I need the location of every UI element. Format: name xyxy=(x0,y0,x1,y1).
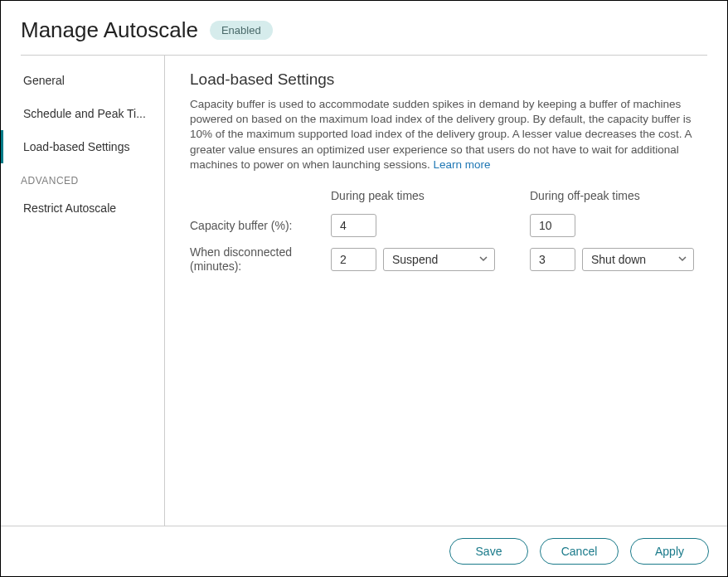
when-disconnected-offpeak-action-select[interactable]: Shut down xyxy=(582,248,694,271)
capacity-buffer-peak-controls xyxy=(331,214,497,237)
cancel-button[interactable]: Cancel xyxy=(540,538,619,565)
when-disconnected-peak-action-select[interactable]: Suspend xyxy=(383,248,495,271)
dialog-body: General Schedule and Peak Ti... Load-bas… xyxy=(1,56,727,526)
section-description: Capacity buffer is used to accommodate s… xyxy=(190,97,702,172)
when-disconnected-offpeak-input[interactable] xyxy=(530,248,575,271)
sidebar-item-restrict-autoscale[interactable]: Restrict Autoscale xyxy=(1,192,164,225)
dialog-footer: Save Cancel Apply xyxy=(1,526,727,576)
column-header-peak: During peak times xyxy=(331,189,497,206)
apply-button[interactable]: Apply xyxy=(630,538,709,565)
when-disconnected-peak-input[interactable] xyxy=(331,248,376,271)
capacity-buffer-offpeak-controls xyxy=(530,214,696,237)
when-disconnected-peak-controls: Suspend xyxy=(331,248,497,271)
dialog-header: Manage Autoscale Enabled xyxy=(1,1,727,55)
when-disconnected-label-line1: When disconnected xyxy=(190,245,292,259)
column-header-offpeak: During off-peak times xyxy=(530,189,696,206)
manage-autoscale-dialog: Manage Autoscale Enabled General Schedul… xyxy=(0,0,728,577)
sidebar: General Schedule and Peak Ti... Load-bas… xyxy=(1,56,165,526)
page-title: Manage Autoscale xyxy=(21,17,198,43)
sidebar-item-load-based[interactable]: Load-based Settings xyxy=(1,130,164,163)
select-value: Shut down xyxy=(591,253,646,266)
sidebar-advanced-heading: ADVANCED xyxy=(1,163,164,192)
capacity-buffer-label: Capacity buffer (%): xyxy=(190,219,331,233)
section-title: Load-based Settings xyxy=(190,70,702,89)
main-panel: Load-based Settings Capacity buffer is u… xyxy=(165,56,727,526)
status-badge: Enabled xyxy=(210,21,273,40)
settings-grid: During peak times During off-peak times … xyxy=(190,189,702,274)
when-disconnected-label: When disconnected (minutes): xyxy=(190,245,331,274)
save-button[interactable]: Save xyxy=(449,538,528,565)
sidebar-item-schedule-peak[interactable]: Schedule and Peak Ti... xyxy=(1,97,164,130)
capacity-buffer-peak-input[interactable] xyxy=(331,214,376,237)
learn-more-link[interactable]: Learn more xyxy=(433,158,490,171)
capacity-buffer-offpeak-input[interactable] xyxy=(530,214,575,237)
when-disconnected-label-line2: (minutes): xyxy=(190,259,241,273)
select-value: Suspend xyxy=(392,253,438,266)
sidebar-item-general[interactable]: General xyxy=(1,64,164,97)
when-disconnected-offpeak-controls: Shut down xyxy=(530,248,696,271)
